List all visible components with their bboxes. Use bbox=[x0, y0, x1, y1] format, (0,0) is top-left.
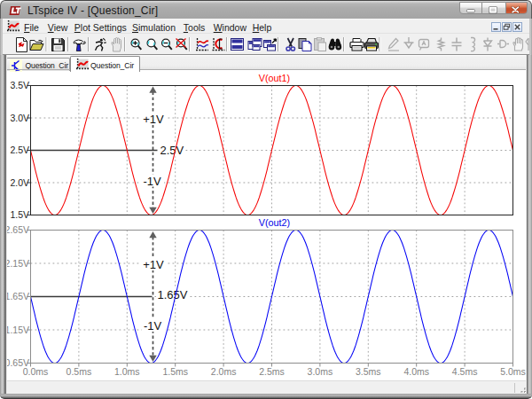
svg-text:2.5V: 2.5V bbox=[160, 144, 184, 157]
svg-text:+1V: +1V bbox=[143, 113, 164, 126]
svg-text:2.0V: 2.0V bbox=[10, 177, 29, 188]
svg-text:0.0ms: 0.0ms bbox=[23, 366, 49, 377]
svg-text:3.5ms: 3.5ms bbox=[356, 366, 381, 377]
svg-text:V(out2): V(out2) bbox=[259, 217, 290, 228]
svg-text:1.65V: 1.65V bbox=[5, 291, 29, 301]
svg-text:4.0ms: 4.0ms bbox=[403, 366, 429, 377]
svg-text:3.5V: 3.5V bbox=[10, 80, 29, 90]
svg-text:V(out1): V(out1) bbox=[259, 73, 290, 83]
svg-text:1.5ms: 1.5ms bbox=[162, 366, 188, 377]
svg-text:2.5ms: 2.5ms bbox=[259, 366, 285, 377]
svg-text:5.0ms: 5.0ms bbox=[500, 366, 526, 377]
svg-text:1.15V: 1.15V bbox=[5, 325, 29, 335]
svg-text:+1V: +1V bbox=[143, 258, 164, 271]
svg-text:1.65V: 1.65V bbox=[158, 288, 188, 301]
svg-text:2.65V: 2.65V bbox=[5, 224, 29, 235]
svg-text:1.5V: 1.5V bbox=[10, 209, 29, 220]
svg-text:2.5V: 2.5V bbox=[10, 145, 29, 155]
svg-text:3.0V: 3.0V bbox=[10, 113, 29, 123]
svg-text:2.0ms: 2.0ms bbox=[211, 366, 237, 377]
svg-text:-1V: -1V bbox=[144, 319, 162, 332]
svg-text:3.0ms: 3.0ms bbox=[308, 366, 333, 377]
svg-text:-1V: -1V bbox=[143, 175, 161, 188]
svg-text:4.5ms: 4.5ms bbox=[452, 366, 478, 377]
svg-text:1.0ms: 1.0ms bbox=[114, 366, 140, 377]
svg-text:2.15V: 2.15V bbox=[5, 258, 29, 269]
svg-text:0.5ms: 0.5ms bbox=[66, 366, 92, 377]
